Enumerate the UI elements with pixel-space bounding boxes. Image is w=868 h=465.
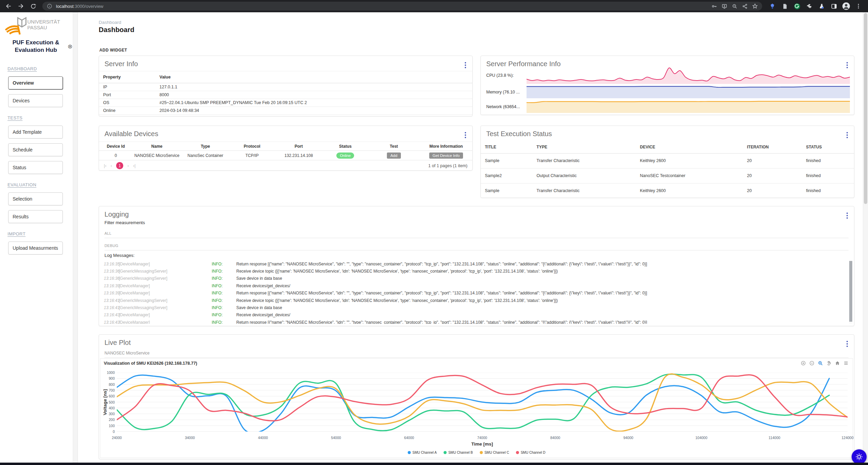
server-info-title: Server Info xyxy=(104,60,138,68)
available-devices-menu-kebab-icon[interactable] xyxy=(465,132,466,133)
log-line: 13:16:43[DeviceManager]INFO:Receive devi… xyxy=(99,311,847,319)
gear-icon xyxy=(855,453,863,461)
box-zoom-icon[interactable] xyxy=(817,360,823,366)
refresh-icon[interactable] xyxy=(28,1,38,11)
zoom-in-icon[interactable] xyxy=(800,360,806,366)
add-widget-button[interactable]: ADD WIDGET xyxy=(99,48,127,53)
pager-first-icon[interactable]: |‹ xyxy=(104,163,107,168)
share-icon[interactable] xyxy=(741,2,748,10)
legend-dot xyxy=(444,451,447,454)
lab-flask-icon[interactable] xyxy=(817,2,826,10)
sidebar-item-status[interactable]: Status xyxy=(8,161,63,174)
available-devices-panel: Available Devices Device Id Name Type Pr… xyxy=(99,126,473,171)
pager-last-icon[interactable]: ›| xyxy=(133,163,136,168)
server-performance-panel: Server Performance Info CPU (23.8 %): Me… xyxy=(480,56,854,115)
pager-next-icon[interactable]: › xyxy=(127,163,129,168)
browser-menu-kebab-icon[interactable] xyxy=(854,2,863,10)
pager-prev-icon[interactable]: ‹ xyxy=(111,163,112,168)
table-row: IP127.0.1.1 xyxy=(99,83,472,91)
plot-modebar xyxy=(800,360,849,366)
logging-panel: Logging Filter measurements ALL DEBUG Lo… xyxy=(99,206,854,326)
filter-measurements-label: Filter measurements xyxy=(104,220,145,225)
sidebar-item-schedule[interactable]: Schedule xyxy=(8,143,63,156)
server-info-table: Property Value IP127.0.1.1 Port8000 OS#2… xyxy=(99,71,472,115)
filter-source-select[interactable]: ALL xyxy=(104,229,849,238)
get-device-info-button[interactable]: Get Device Info xyxy=(429,152,463,159)
install-icon[interactable] xyxy=(720,2,728,10)
test-execution-menu-kebab-icon[interactable] xyxy=(846,132,848,133)
legend-item[interactable]: SMU Channel A xyxy=(408,451,437,454)
sidebar-item-upload-measurments[interactable]: Upload Measurments xyxy=(8,242,63,255)
profile-avatar[interactable] xyxy=(842,2,850,10)
logo-text-1: UNIVERSITÄT xyxy=(27,19,60,25)
sidebar-item-overview[interactable]: Overview xyxy=(8,76,63,89)
sidebar-item-results[interactable]: Results xyxy=(8,210,63,223)
legend-item[interactable]: SMU Channel B xyxy=(444,451,473,454)
sidebar: UNIVERSITÄT PASSAU ⊗ PUF Execution & Eva… xyxy=(0,12,78,465)
side-panel-icon[interactable] xyxy=(830,2,838,10)
plot-menu-icon[interactable] xyxy=(843,360,849,366)
page-title: Dashboard xyxy=(99,26,134,34)
sidebar-section-import[interactable]: IMPORT xyxy=(8,231,26,236)
page-scrollbar-thumb[interactable] xyxy=(864,13,867,204)
zoom-out-icon[interactable] xyxy=(809,360,814,366)
log-message-list[interactable]: 13:16:35[DeviceManager]INFO:Return respo… xyxy=(99,260,847,324)
pager-page-1[interactable]: 1 xyxy=(116,162,123,169)
logging-title: Logging xyxy=(104,210,129,218)
plot-legend: SMU Channel A SMU Channel B SMU Channel … xyxy=(100,451,853,454)
pan-icon[interactable] xyxy=(826,360,831,366)
extensions-puzzle-icon[interactable] xyxy=(805,2,813,10)
legend-item[interactable]: SMU Channel C xyxy=(480,451,509,454)
grammarly-icon[interactable] xyxy=(793,2,801,10)
legend-dot xyxy=(408,451,411,454)
key-icon[interactable] xyxy=(710,2,718,10)
plot-card: Visualization of SMU KEI2626 (192.168.17… xyxy=(100,358,853,458)
log-scrollbar[interactable] xyxy=(849,260,852,324)
server-performance-menu-kebab-icon[interactable] xyxy=(846,62,848,63)
breadcrumb[interactable]: Dashboard xyxy=(99,20,121,25)
add-test-button[interactable]: Add xyxy=(387,152,401,159)
url-text: localhost:3000/overview xyxy=(56,4,103,9)
test-table-row: Sample2 Output Characteristic NanoSEC Te… xyxy=(481,168,854,184)
plot-region[interactable] xyxy=(117,373,848,432)
test-execution-panel: Test Execution Status TITLE TYPE DEVICE … xyxy=(480,126,854,198)
available-devices-title: Available Devices xyxy=(104,130,158,138)
logo-text-2: PASSAU xyxy=(27,25,47,30)
log-scrollbar-thumb[interactable] xyxy=(849,261,852,322)
cpu-metric-label: CPU (23.8 %): xyxy=(486,73,527,78)
reset-home-icon[interactable] xyxy=(835,360,840,366)
page-scrollbar[interactable] xyxy=(863,12,868,465)
sidebar-item-devices[interactable]: Devices xyxy=(8,94,63,107)
zoom-out-icon[interactable] xyxy=(731,2,738,10)
filter-level-select[interactable]: DEBUG xyxy=(104,241,849,250)
log-messages-label: Log Messages: xyxy=(104,253,135,258)
live-plot-menu-kebab-icon[interactable] xyxy=(846,341,848,342)
plot-device-select[interactable]: NANOSEC MicroService xyxy=(104,349,849,358)
document-icon[interactable] xyxy=(781,2,789,10)
log-line: 13:16:43[DeviceManager]INFO:Return respo… xyxy=(99,319,847,324)
logging-menu-kebab-icon[interactable] xyxy=(846,213,848,214)
bookmark-star-icon[interactable] xyxy=(751,2,759,10)
table-row: Online2024-03-14 09:48:34 xyxy=(99,107,472,115)
sidebar-item-add-template[interactable]: Add Template xyxy=(8,126,63,139)
sidebar-item-selection[interactable]: Selection xyxy=(8,192,63,205)
legend-item[interactable]: SMU Channel D xyxy=(516,451,545,454)
memory-metric-label: Memory (76.10 ... xyxy=(486,90,527,95)
app-title: PUF Execution & Evaluation Hub xyxy=(0,39,72,54)
address-bar[interactable]: localhost:3000/overview xyxy=(42,2,762,11)
settings-fab-button[interactable] xyxy=(852,449,867,464)
server-info-menu-kebab-icon[interactable] xyxy=(465,62,466,63)
sidebar-scrollbar[interactable] xyxy=(73,12,78,465)
forward-icon[interactable] xyxy=(16,1,26,11)
sidebar-section-dashboard[interactable]: DASHBOARD xyxy=(8,66,37,71)
plot-figure-title: Visualization of SMU KEI2626 (192.168.17… xyxy=(104,361,197,366)
sidebar-section-tests[interactable]: TESTS xyxy=(8,115,23,120)
sidebar-section-evaluation[interactable]: EVALUATION xyxy=(8,182,36,187)
browser-chrome: localhost:3000/overview xyxy=(0,0,868,12)
log-line: 13:16:39[DeviceManager]INFO:Return respo… xyxy=(99,290,847,297)
legend-dot xyxy=(516,451,519,454)
extension-pin-icon[interactable] xyxy=(768,2,776,10)
site-info-icon[interactable] xyxy=(46,2,53,10)
cpu-sparkline-chart xyxy=(527,67,850,84)
back-icon[interactable] xyxy=(3,1,14,11)
